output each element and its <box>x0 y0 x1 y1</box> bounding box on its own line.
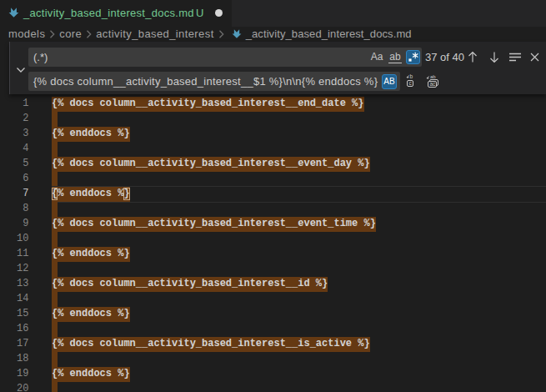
svg-text:ac: ac <box>430 81 437 87</box>
svg-text:b: b <box>410 74 413 79</box>
svg-text:c: c <box>409 80 413 86</box>
svg-text:ab: ab <box>430 74 436 79</box>
